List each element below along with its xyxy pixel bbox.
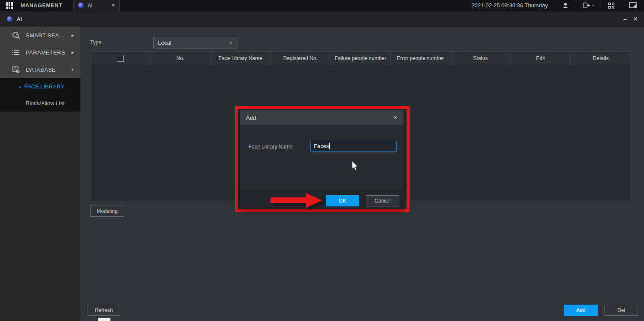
management-title[interactable]: MANAGEMENT — [21, 3, 62, 9]
tab-ai-label: AI — [88, 3, 111, 9]
sidebar-subitem-label: FACE LIBRARY — [24, 83, 64, 90]
cancel-button[interactable]: Cancel — [366, 195, 399, 206]
sidebar-item-database[interactable]: DATABASE ▼ — [0, 61, 80, 78]
tab-ai[interactable]: AI ✕ — [73, 0, 120, 11]
select-all-checkbox[interactable] — [117, 55, 124, 62]
table-header-row: No. Face Library Name Registered No. Fai… — [90, 51, 631, 65]
sidebar-subitem-label: Block/Allow List — [26, 100, 64, 106]
chevron-down-icon: ▾ — [592, 3, 594, 7]
table-header-edit: Edit — [510, 52, 571, 65]
top-taskbar: MANAGEMENT AI ✕ 2021-02-25 09:30:36 Thur… — [0, 0, 644, 11]
chevron-right-icon: › — [19, 83, 21, 90]
window-titlebar: AI – ✕ — [0, 11, 644, 27]
close-button[interactable]: ✕ — [633, 15, 638, 22]
ai-orb-icon — [7, 16, 12, 22]
input-value: Faces — [314, 143, 329, 149]
table-header-face-library-name: Face Library Name — [211, 52, 271, 65]
partial-popup-edge — [98, 318, 111, 321]
table-header-select — [91, 52, 151, 65]
sidebar-item-face-library[interactable]: › FACE LIBRARY — [0, 78, 80, 95]
arrow-right-icon: ▶ — [72, 33, 74, 37]
window-title: AI — [17, 16, 22, 22]
sidebar-item-block-allow-list[interactable]: Block/Allow List — [0, 95, 80, 112]
face-library-name-input[interactable]: Faces — [310, 141, 397, 151]
sidebar-item-smart-search[interactable]: SMART SEA... ▶ — [0, 27, 80, 44]
sidebar-item-label: SMART SEA... — [26, 32, 64, 39]
table-header-details: Details — [571, 52, 631, 65]
table-header-failure-people-number: Failure people number — [331, 52, 391, 65]
del-button[interactable]: Del — [605, 305, 638, 316]
table-header-error-people-number: Error people number — [391, 52, 451, 65]
tab-close-icon[interactable]: ✕ — [111, 3, 115, 8]
type-dropdown-value: Local — [158, 39, 229, 46]
dialog-title: Add — [246, 115, 256, 121]
dialog-titlebar: Add ✕ — [240, 110, 404, 125]
dialog-footer: OK Cancel — [240, 190, 404, 209]
ai-orb-icon — [78, 3, 84, 8]
qr-code-icon[interactable] — [601, 2, 622, 9]
sidebar-item-label: PARAMETERS — [26, 49, 65, 56]
user-account-icon[interactable] — [555, 2, 576, 9]
ok-button[interactable]: OK — [326, 195, 359, 206]
add-dialog: Add ✕ Face Library Name Faces OK Cancel — [240, 110, 404, 209]
smart-search-icon — [12, 31, 21, 39]
refresh-button[interactable]: Refresh — [88, 305, 120, 316]
logout-icon[interactable]: ▾ — [576, 2, 601, 9]
table-header-registered-no: Registered No. — [270, 52, 331, 65]
type-label: Type — [90, 39, 101, 45]
chevron-down-icon: ▼ — [229, 41, 233, 45]
text-caret — [329, 143, 330, 149]
display-output-icon[interactable] — [622, 2, 644, 9]
arrow-down-icon: ▼ — [71, 68, 74, 72]
table-header-status: Status — [451, 52, 511, 65]
modeling-button[interactable]: Modeling — [90, 206, 124, 217]
table-header-no: No. — [151, 52, 211, 65]
add-button[interactable]: Add — [564, 305, 598, 316]
apps-grid-icon[interactable] — [6, 2, 13, 9]
arrow-right-icon: ▶ — [72, 51, 74, 55]
sidebar: SMART SEA... ▶ PARAMETERS ▶ DATABASE ▼ ›… — [0, 27, 80, 321]
minimize-button[interactable]: – — [623, 15, 627, 22]
sidebar-item-parameters[interactable]: PARAMETERS ▶ — [0, 44, 80, 61]
type-dropdown[interactable]: Local ▼ — [153, 37, 237, 48]
datetime-display: 2021-02-25 09:30:36 Thursday — [471, 2, 555, 9]
sidebar-item-label: DATABASE — [26, 67, 56, 73]
dialog-close-icon[interactable]: ✕ — [393, 115, 398, 121]
database-icon — [12, 66, 21, 73]
parameters-list-icon — [12, 49, 21, 56]
face-library-name-label: Face Library Name — [249, 144, 292, 150]
